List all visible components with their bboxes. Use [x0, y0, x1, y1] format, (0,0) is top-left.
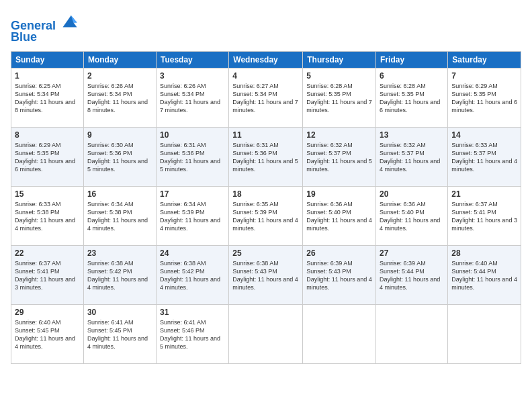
cell-details: Sunrise: 6:38 AMSunset: 5:42 PMDaylight:…: [87, 260, 148, 291]
logo: General Blue: [11, 11, 79, 44]
cell-details: Sunrise: 6:29 AMSunset: 5:35 PMDaylight:…: [451, 83, 517, 113]
calendar-cell: 4 Sunrise: 6:27 AMSunset: 5:34 PMDayligh…: [229, 68, 303, 127]
cell-details: Sunrise: 6:33 AMSunset: 5:38 PMDaylight:…: [15, 201, 75, 232]
logo-text: General: [11, 11, 79, 33]
calendar-cell: 3 Sunrise: 6:26 AMSunset: 5:34 PMDayligh…: [156, 68, 228, 127]
day-number: 7: [451, 71, 517, 81]
day-number: 5: [306, 71, 372, 81]
calendar-week-row: 8 Sunrise: 6:29 AMSunset: 5:35 PMDayligh…: [11, 127, 521, 186]
calendar-cell: 19 Sunrise: 6:36 AMSunset: 5:40 PMDaylig…: [303, 186, 376, 245]
day-number: 14: [451, 130, 517, 140]
calendar-table: SundayMondayTuesdayWednesdayThursdayFrid…: [11, 51, 521, 364]
calendar-cell: 2 Sunrise: 6:26 AMSunset: 5:34 PMDayligh…: [83, 68, 156, 127]
calendar-cell: 28 Sunrise: 6:40 AMSunset: 5:44 PMDaylig…: [448, 245, 521, 304]
cell-details: Sunrise: 6:37 AMSunset: 5:41 PMDaylight:…: [451, 201, 517, 232]
calendar-cell: 16 Sunrise: 6:34 AMSunset: 5:38 PMDaylig…: [83, 186, 156, 245]
calendar-cell: 13 Sunrise: 6:32 AMSunset: 5:37 PMDaylig…: [376, 127, 448, 186]
day-number: 24: [160, 248, 225, 258]
cell-details: Sunrise: 6:33 AMSunset: 5:37 PMDaylight:…: [451, 142, 517, 173]
day-number: 28: [451, 248, 517, 258]
day-number: 12: [306, 130, 372, 140]
cell-details: Sunrise: 6:41 AMSunset: 5:45 PMDaylight:…: [87, 319, 148, 350]
cell-details: Sunrise: 6:26 AMSunset: 5:34 PMDaylight:…: [87, 83, 148, 113]
cell-details: Sunrise: 6:40 AMSunset: 5:45 PMDaylight:…: [15, 319, 75, 350]
calendar-cell: 18 Sunrise: 6:35 AMSunset: 5:39 PMDaylig…: [229, 186, 303, 245]
cell-details: Sunrise: 6:29 AMSunset: 5:35 PMDaylight:…: [15, 142, 75, 173]
calendar-cell: 1 Sunrise: 6:25 AMSunset: 5:34 PMDayligh…: [11, 68, 84, 127]
cell-details: Sunrise: 6:35 AMSunset: 5:39 PMDaylight:…: [232, 201, 298, 232]
day-number: 16: [87, 189, 152, 199]
cell-details: Sunrise: 6:31 AMSunset: 5:36 PMDaylight:…: [232, 142, 298, 173]
calendar-cell: 22 Sunrise: 6:37 AMSunset: 5:41 PMDaylig…: [11, 245, 84, 304]
page: General Blue SundayMondayTuesdayWednesda…: [0, 0, 532, 411]
cell-details: Sunrise: 6:39 AMSunset: 5:44 PMDaylight:…: [380, 260, 440, 291]
calendar-body: 1 Sunrise: 6:25 AMSunset: 5:34 PMDayligh…: [11, 68, 521, 363]
day-number: 11: [232, 130, 299, 140]
calendar-cell: 7 Sunrise: 6:29 AMSunset: 5:35 PMDayligh…: [448, 68, 521, 127]
calendar-cell: 17 Sunrise: 6:34 AMSunset: 5:39 PMDaylig…: [156, 186, 228, 245]
cell-details: Sunrise: 6:40 AMSunset: 5:44 PMDaylight:…: [451, 260, 517, 291]
day-number: 22: [15, 248, 80, 258]
cell-details: Sunrise: 6:32 AMSunset: 5:37 PMDaylight:…: [380, 142, 440, 173]
day-number: 17: [160, 189, 225, 199]
day-number: 18: [232, 189, 299, 199]
cell-details: Sunrise: 6:28 AMSunset: 5:35 PMDaylight:…: [380, 83, 440, 113]
day-number: 30: [87, 308, 152, 317]
calendar-header-cell: Thursday: [303, 51, 376, 68]
day-number: 8: [15, 130, 80, 140]
calendar-cell: 12 Sunrise: 6:32 AMSunset: 5:37 PMDaylig…: [303, 127, 376, 186]
day-number: 9: [87, 130, 152, 140]
calendar-cell: 15 Sunrise: 6:33 AMSunset: 5:38 PMDaylig…: [11, 186, 84, 245]
calendar-cell: [448, 304, 521, 363]
day-number: 25: [232, 248, 299, 258]
day-number: 26: [306, 248, 372, 258]
calendar-cell: 20 Sunrise: 6:36 AMSunset: 5:40 PMDaylig…: [376, 186, 448, 245]
day-number: 27: [380, 248, 444, 258]
calendar-cell: 27 Sunrise: 6:39 AMSunset: 5:44 PMDaylig…: [376, 245, 448, 304]
calendar-cell: 24 Sunrise: 6:38 AMSunset: 5:42 PMDaylig…: [156, 245, 228, 304]
calendar-cell: 8 Sunrise: 6:29 AMSunset: 5:35 PMDayligh…: [11, 127, 84, 186]
calendar-header-row: SundayMondayTuesdayWednesdayThursdayFrid…: [11, 51, 521, 68]
cell-details: Sunrise: 6:26 AMSunset: 5:34 PMDaylight:…: [160, 83, 220, 113]
calendar-cell: 31 Sunrise: 6:41 AMSunset: 5:46 PMDaylig…: [156, 304, 228, 363]
calendar-week-row: 22 Sunrise: 6:37 AMSunset: 5:41 PMDaylig…: [11, 245, 521, 304]
day-number: 29: [15, 308, 80, 317]
cell-details: Sunrise: 6:31 AMSunset: 5:36 PMDaylight:…: [160, 142, 220, 173]
calendar-header-cell: Friday: [376, 51, 448, 68]
logo-icon: [60, 11, 79, 30]
cell-details: Sunrise: 6:39 AMSunset: 5:43 PMDaylight:…: [306, 260, 372, 291]
day-number: 20: [380, 189, 444, 199]
calendar-cell: 6 Sunrise: 6:28 AMSunset: 5:35 PMDayligh…: [376, 68, 448, 127]
calendar-week-row: 15 Sunrise: 6:33 AMSunset: 5:38 PMDaylig…: [11, 186, 521, 245]
calendar-header-cell: Monday: [83, 51, 156, 68]
day-number: 23: [87, 248, 152, 258]
cell-details: Sunrise: 6:41 AMSunset: 5:46 PMDaylight:…: [160, 319, 220, 350]
calendar-header-cell: Saturday: [448, 51, 521, 68]
cell-details: Sunrise: 6:38 AMSunset: 5:43 PMDaylight:…: [232, 260, 298, 291]
day-number: 13: [380, 130, 444, 140]
calendar-header-cell: Tuesday: [156, 51, 228, 68]
cell-details: Sunrise: 6:34 AMSunset: 5:38 PMDaylight:…: [87, 201, 148, 232]
calendar-cell: 11 Sunrise: 6:31 AMSunset: 5:36 PMDaylig…: [229, 127, 303, 186]
calendar-cell: 25 Sunrise: 6:38 AMSunset: 5:43 PMDaylig…: [229, 245, 303, 304]
calendar-cell: 14 Sunrise: 6:33 AMSunset: 5:37 PMDaylig…: [448, 127, 521, 186]
cell-details: Sunrise: 6:25 AMSunset: 5:34 PMDaylight:…: [15, 83, 75, 113]
day-number: 19: [306, 189, 372, 199]
day-number: 4: [232, 71, 299, 81]
day-number: 6: [380, 71, 444, 81]
cell-details: Sunrise: 6:34 AMSunset: 5:39 PMDaylight:…: [160, 201, 220, 232]
cell-details: Sunrise: 6:30 AMSunset: 5:36 PMDaylight:…: [87, 142, 148, 173]
day-number: 2: [87, 71, 152, 81]
header: General Blue: [11, 11, 521, 44]
day-number: 10: [160, 130, 225, 140]
calendar-cell: 29 Sunrise: 6:40 AMSunset: 5:45 PMDaylig…: [11, 304, 84, 363]
calendar-header-cell: Sunday: [11, 51, 84, 68]
calendar-cell: 10 Sunrise: 6:31 AMSunset: 5:36 PMDaylig…: [156, 127, 228, 186]
calendar-cell: [229, 304, 303, 363]
calendar-cell: [376, 304, 448, 363]
cell-details: Sunrise: 6:27 AMSunset: 5:34 PMDaylight:…: [232, 83, 298, 113]
calendar-cell: 5 Sunrise: 6:28 AMSunset: 5:35 PMDayligh…: [303, 68, 376, 127]
calendar-week-row: 29 Sunrise: 6:40 AMSunset: 5:45 PMDaylig…: [11, 304, 521, 363]
cell-details: Sunrise: 6:36 AMSunset: 5:40 PMDaylight:…: [306, 201, 372, 232]
cell-details: Sunrise: 6:36 AMSunset: 5:40 PMDaylight:…: [380, 201, 440, 232]
